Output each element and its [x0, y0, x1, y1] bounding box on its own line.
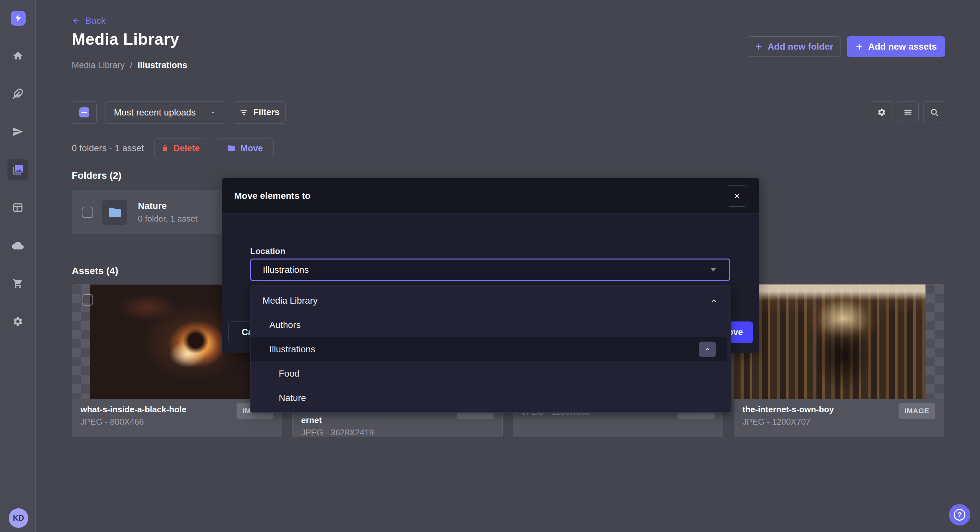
view-controls	[871, 101, 945, 123]
toolbar: Most recent uploads Filters	[72, 101, 286, 124]
back-link[interactable]: Back	[72, 16, 105, 26]
search-icon	[930, 108, 939, 117]
sort-dropdown[interactable]: Most recent uploads	[105, 101, 225, 124]
filter-icon	[239, 108, 248, 117]
cloud-icon	[12, 240, 24, 251]
layout-icon	[12, 202, 23, 213]
images-icon	[12, 164, 24, 175]
trash-icon	[161, 145, 169, 152]
header-actions: Add new folder Add new assets	[747, 37, 945, 57]
modal-header: Move elements to	[222, 178, 759, 214]
sidebar-item-settings[interactable]	[8, 311, 28, 332]
folder-thumb	[102, 200, 127, 225]
modal-title: Move elements to	[234, 191, 310, 201]
sidebar-divider	[0, 40, 36, 40]
close-button[interactable]	[727, 185, 747, 206]
add-new-assets-button[interactable]: Add new assets	[847, 37, 945, 57]
location-value: Illustrations	[263, 265, 309, 275]
asset-meta: the-internet-s-own-boy JPEG - 1200X707 I…	[734, 399, 943, 437]
folder-icon	[227, 144, 235, 152]
location-select[interactable]: Illustrations	[250, 259, 730, 281]
chevron-up-icon	[704, 346, 711, 353]
feather-icon	[12, 88, 23, 99]
paper-plane-icon	[12, 126, 23, 137]
cart-icon	[12, 278, 23, 289]
chevron-up-icon[interactable]	[710, 297, 718, 305]
sidebar: KD	[0, 0, 36, 532]
tree-item-food[interactable]: Food	[251, 361, 731, 386]
collapse-button[interactable]	[699, 341, 716, 357]
asset-thumbnail	[734, 284, 943, 399]
selection-summary: 0 folders - 1 asset	[72, 143, 144, 153]
tree-item-label: Nature	[279, 393, 306, 403]
tree-item-authors[interactable]: Authors	[251, 313, 731, 337]
filters-label: Filters	[253, 107, 279, 118]
avatar[interactable]: KD	[9, 508, 28, 528]
plus-icon	[855, 43, 864, 51]
delete-button[interactable]: Delete	[154, 138, 206, 158]
search-button[interactable]	[923, 101, 945, 123]
list-view-button[interactable]	[897, 101, 919, 123]
sidebar-item-deploy[interactable]	[8, 121, 28, 142]
asset-type-badge: IMAGE	[899, 403, 935, 419]
sidebar-item-marketplace[interactable]	[8, 273, 28, 294]
caret-down-icon	[710, 268, 716, 272]
sidebar-item-media-library[interactable]	[8, 159, 28, 180]
selection-bar: 0 folders - 1 asset Delete Move	[72, 138, 274, 158]
breadcrumb-root[interactable]: Media Library	[72, 60, 125, 70]
location-dropdown: Media Library Authors Illustrations Food…	[250, 286, 731, 413]
tree-item-label: Authors	[269, 320, 301, 330]
strapi-logo-icon[interactable]	[11, 11, 25, 25]
breadcrumb-separator: /	[130, 60, 133, 70]
settings-button[interactable]	[871, 101, 892, 123]
plus-icon	[754, 43, 763, 51]
sort-value: Most recent uploads	[114, 107, 196, 118]
tree-item-nature[interactable]: Nature	[251, 386, 731, 410]
back-label: Back	[85, 16, 105, 26]
gear-icon	[877, 108, 886, 117]
checkbox-indeterminate-icon	[79, 107, 89, 118]
filters-button[interactable]: Filters	[234, 101, 286, 124]
help-button[interactable]: ?	[949, 504, 970, 526]
breadcrumb: Media Library / Illustrations	[72, 60, 187, 70]
arrow-left-icon	[72, 16, 81, 25]
move-button[interactable]: Move	[217, 138, 274, 158]
gear-icon	[12, 316, 23, 327]
select-all-checkbox[interactable]	[72, 101, 97, 124]
add-new-assets-label: Add new assets	[868, 41, 937, 52]
folders-heading: Folders (2)	[72, 170, 121, 181]
asset-checkbox[interactable]	[82, 294, 93, 306]
delete-label: Delete	[173, 143, 200, 153]
home-icon	[12, 50, 23, 61]
folder-name: Nature	[138, 201, 167, 211]
page-title: Media Library	[72, 30, 180, 49]
add-new-folder-button[interactable]: Add new folder	[747, 37, 841, 57]
tree-item-illustrations[interactable]: Illustrations	[251, 337, 727, 361]
add-new-folder-label: Add new folder	[767, 41, 833, 52]
assets-heading: Assets (4)	[72, 265, 118, 276]
asset-dims: JPEG - 3628X2419	[301, 427, 494, 437]
question-mark-icon: ?	[954, 509, 966, 521]
folder-checkbox[interactable]	[82, 206, 93, 218]
sidebar-item-content-manager[interactable]	[8, 197, 28, 218]
chevron-down-icon	[209, 109, 216, 116]
asset-card-internet-own-boy[interactable]: the-internet-s-own-boy JPEG - 1200X707 I…	[734, 284, 944, 437]
folder-meta: 0 folder, 1 asset	[138, 214, 197, 224]
move-label: Move	[240, 143, 263, 153]
sidebar-nav	[0, 45, 36, 332]
close-icon	[733, 192, 741, 200]
sidebar-item-cloud[interactable]	[8, 235, 28, 256]
location-label: Location	[250, 246, 285, 256]
transparency-checker	[926, 284, 943, 399]
tree-item-label: Food	[279, 368, 299, 379]
tree-item-label: Media Library	[262, 295, 318, 306]
tree-item-label: Illustrations	[269, 344, 315, 354]
list-icon	[904, 108, 913, 117]
folder-icon	[108, 205, 122, 220]
sidebar-item-home[interactable]	[8, 45, 28, 66]
breadcrumb-current: Illustrations	[138, 60, 187, 70]
sidebar-item-content-type-builder[interactable]	[8, 83, 28, 104]
tree-item-media-library[interactable]: Media Library	[251, 288, 731, 313]
